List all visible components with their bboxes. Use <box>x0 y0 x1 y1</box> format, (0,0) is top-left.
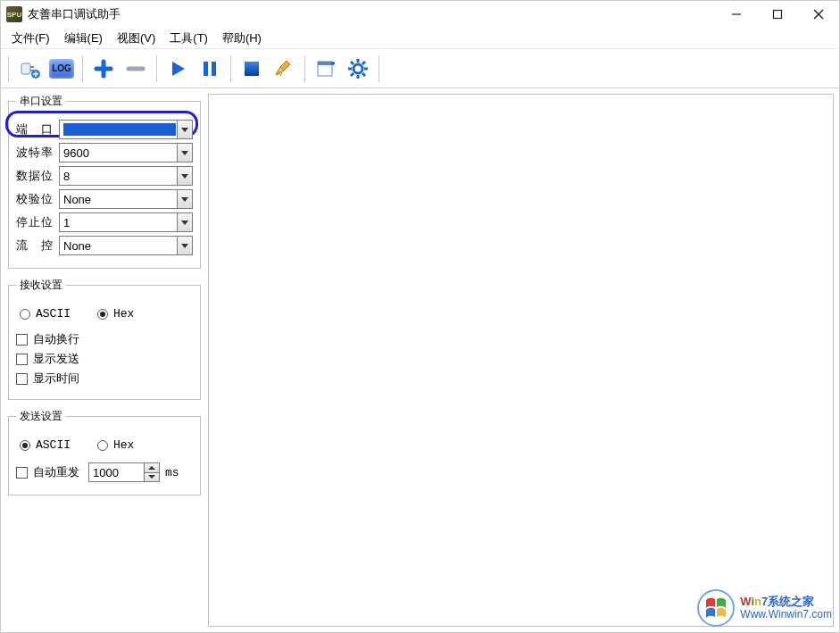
minus-icon <box>123 56 148 81</box>
menu-help[interactable]: 帮助(H) <box>215 29 269 48</box>
checkbox-icon <box>16 373 28 385</box>
spin-down-icon[interactable] <box>145 473 159 482</box>
menu-view[interactable]: 视图(V) <box>110 29 162 48</box>
svg-point-14 <box>353 64 362 73</box>
minimize-button[interactable] <box>716 1 757 28</box>
chevron-down-icon <box>177 237 192 254</box>
label-autoresend: 自动重发 <box>33 464 79 480</box>
toolbar-separator <box>230 55 231 82</box>
label-databits: 数据位 <box>16 168 55 184</box>
svg-rect-1 <box>774 11 782 19</box>
label-stopbits: 停止位 <box>16 214 55 230</box>
radio-send-ascii[interactable]: ASCII <box>20 438 71 452</box>
minimize-icon <box>731 9 742 20</box>
settings-button[interactable] <box>343 54 373 84</box>
chevron-down-icon <box>177 144 192 162</box>
spin-up-icon[interactable] <box>145 463 159 473</box>
combo-flow[interactable]: None <box>59 236 193 255</box>
label-baud: 波特率 <box>16 145 55 161</box>
play-button[interactable] <box>162 54 193 84</box>
combo-baud-value: 9600 <box>63 146 89 160</box>
group-recv-settings: 接收设置 ASCII Hex 自动换行 显示发送 <box>8 278 201 400</box>
clear-brush-button[interactable] <box>269 54 299 84</box>
combo-parity[interactable]: None <box>59 189 193 209</box>
radio-icon <box>97 309 108 320</box>
check-showtime[interactable]: 显示时间 <box>16 371 193 387</box>
combo-stopbits-value: 1 <box>63 216 70 229</box>
row-baud: 波特率 9600 <box>16 143 193 162</box>
plug-connect-icon <box>17 56 42 81</box>
toolbar-separator <box>82 55 83 82</box>
label-unit-ms: ms <box>165 466 179 479</box>
radio-icon <box>20 309 30 320</box>
toolbar-separator <box>8 55 9 82</box>
menu-tools[interactable]: 工具(T) <box>162 29 215 48</box>
label-recv-hex: Hex <box>113 307 134 321</box>
label-parity: 校验位 <box>16 191 55 207</box>
toolbar-separator <box>304 55 305 82</box>
chevron-down-icon <box>177 190 192 208</box>
receive-text-area[interactable] <box>208 94 834 627</box>
legend-serial: 串口设置 <box>16 94 66 109</box>
pause-button[interactable] <box>195 54 225 84</box>
svg-rect-11 <box>245 62 259 76</box>
stop-icon <box>239 56 264 81</box>
svg-rect-10 <box>212 62 216 76</box>
svg-line-19 <box>351 62 353 64</box>
remove-button[interactable] <box>121 54 151 84</box>
spin-buttons <box>144 463 159 481</box>
spin-autoresend-interval[interactable]: 1000 <box>88 462 160 482</box>
play-icon <box>165 56 190 81</box>
log-button[interactable]: LOG <box>46 54 77 84</box>
spin-value: 1000 <box>93 466 119 479</box>
radio-icon <box>97 440 108 451</box>
recv-mode-radios: ASCII Hex <box>20 304 193 324</box>
combo-baud[interactable]: 9600 <box>59 143 193 162</box>
chevron-down-icon <box>177 213 192 231</box>
check-autowrap[interactable]: 自动换行 <box>16 331 193 347</box>
chevron-down-icon <box>177 167 192 185</box>
combo-port[interactable] <box>59 120 193 139</box>
legend-recv: 接收设置 <box>16 278 66 293</box>
toolbar-separator <box>156 55 157 82</box>
combo-stopbits[interactable]: 1 <box>59 212 193 232</box>
label-flow: 流 控 <box>16 237 55 254</box>
radio-recv-hex[interactable]: Hex <box>97 307 134 321</box>
combo-databits[interactable]: 8 <box>59 166 193 186</box>
svg-line-21 <box>362 62 365 64</box>
toolbar-separator <box>378 55 379 82</box>
svg-rect-13 <box>318 62 332 65</box>
label-showsend: 显示发送 <box>33 351 79 367</box>
menu-edit[interactable]: 编辑(E) <box>57 29 110 48</box>
label-showtime: 显示时间 <box>33 371 79 387</box>
close-button[interactable] <box>798 1 839 28</box>
pause-icon <box>197 56 222 81</box>
new-window-button[interactable] <box>311 54 341 84</box>
checkbox-icon[interactable] <box>16 467 28 479</box>
new-window-icon <box>313 56 338 81</box>
legend-send: 发送设置 <box>16 409 66 424</box>
close-icon <box>813 9 824 20</box>
menu-file[interactable]: 文件(F) <box>4 29 57 48</box>
combo-databits-value: 8 <box>63 170 70 183</box>
group-serial-settings: 串口设置 端 口 波特率 9600 数据位 8 <box>8 94 201 269</box>
svg-rect-4 <box>21 63 30 74</box>
check-showsend[interactable]: 显示发送 <box>16 351 193 367</box>
stop-clear-button[interactable] <box>237 54 267 84</box>
connect-button[interactable] <box>14 54 45 84</box>
combo-parity-value: None <box>63 193 91 206</box>
label-send-ascii: ASCII <box>36 438 71 452</box>
main-area: 串口设置 端 口 波特率 9600 数据位 8 <box>1 88 839 632</box>
broom-icon <box>271 56 296 81</box>
maximize-icon <box>772 9 783 20</box>
add-button[interactable] <box>88 54 119 84</box>
radio-send-hex[interactable]: Hex <box>97 438 134 452</box>
gear-icon <box>345 56 370 81</box>
svg-rect-5 <box>30 66 34 68</box>
label-send-hex: Hex <box>113 438 134 452</box>
row-parity: 校验位 None <box>16 189 193 209</box>
radio-recv-ascii[interactable]: ASCII <box>20 307 71 321</box>
checkbox-icon <box>16 334 28 346</box>
maximize-button[interactable] <box>757 1 798 28</box>
combo-flow-value: None <box>63 239 91 253</box>
